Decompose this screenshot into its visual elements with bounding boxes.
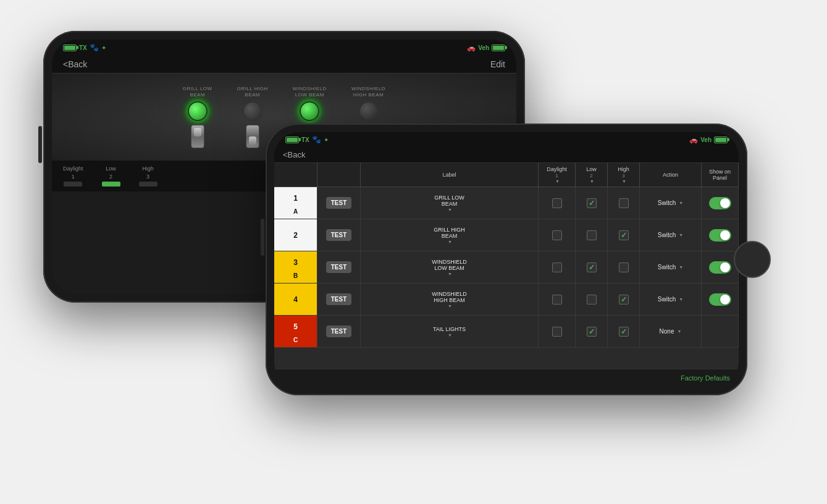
row-4-high-check[interactable]: ✓ xyxy=(619,295,629,304)
front-veh-battery xyxy=(714,136,728,143)
row-3-daylight-cell[interactable] xyxy=(539,251,576,283)
row-4-action-label: Switch xyxy=(658,296,676,303)
row-2-toggle-wrap[interactable] xyxy=(709,229,731,242)
row-5-low-cell[interactable]: ✓ xyxy=(576,316,608,347)
row-5-daylight-cell[interactable] xyxy=(539,316,576,347)
row-2-high-checkmark: ✓ xyxy=(621,231,627,240)
front-nav: <Back xyxy=(274,147,739,163)
row-3-high-check[interactable] xyxy=(619,262,629,272)
back-status-bar: TX 🐾 ✦ 🚗 Veh xyxy=(52,40,516,56)
row-3-high-cell[interactable] xyxy=(608,251,640,283)
row-5-letter: C xyxy=(275,335,316,345)
row-2-test-button[interactable]: TEST xyxy=(326,229,352,241)
row-2-daylight-check[interactable] xyxy=(552,230,562,240)
high-indicator xyxy=(139,182,157,187)
row-4-test-button[interactable]: TEST xyxy=(326,293,352,305)
low-label: Low xyxy=(106,166,116,172)
row-2-action-chevron[interactable]: ▼ xyxy=(679,233,683,237)
row-1-toggle-wrap[interactable] xyxy=(709,197,731,209)
row-5-low-check[interactable]: ✓ xyxy=(587,327,597,337)
row-2-label: GRILL HIGHBEAM xyxy=(434,227,465,239)
toggle-1[interactable] xyxy=(191,125,204,148)
row-5-action-chevron[interactable]: ▼ xyxy=(677,329,681,334)
row-4-daylight-cell[interactable] xyxy=(539,284,576,315)
front-home-button[interactable] xyxy=(734,241,771,278)
row-5-label-cell: TAIL LIGHTS ▼ xyxy=(361,316,539,347)
row-5-number: 5 xyxy=(275,318,316,335)
row-1-label: GRILL LOWBEAM xyxy=(434,195,464,207)
row-2-low-cell[interactable] xyxy=(576,219,608,251)
row-1-toggle[interactable] xyxy=(709,197,731,209)
row-5-label-chevron: ▼ xyxy=(448,333,452,337)
mode-high: High 3 xyxy=(139,166,157,187)
row-3-low-check[interactable]: ✓ xyxy=(587,262,597,272)
row-4-low-cell[interactable] xyxy=(576,284,608,315)
row-4-high-cell[interactable]: ✓ xyxy=(608,284,640,315)
row-1-action-chevron[interactable]: ▼ xyxy=(679,201,683,205)
row-1-high-cell[interactable] xyxy=(608,187,640,219)
low-indicator xyxy=(102,182,120,187)
edit-button[interactable]: Edit xyxy=(490,59,505,69)
row-2-toggle[interactable] xyxy=(709,229,731,242)
row-1-daylight-check[interactable] xyxy=(552,198,562,208)
row-5-daylight-check[interactable] xyxy=(552,327,562,337)
row-5-high-cell[interactable]: ✓ xyxy=(608,316,640,347)
car-icon: 🚗 xyxy=(467,44,476,52)
row-4-action-chevron[interactable]: ▼ xyxy=(679,297,683,301)
row-3-label: WINDSHIELDLOW BEAM xyxy=(432,259,467,271)
table-row: 1 A TEST GRILL LOWBEAM ▼ ✓ xyxy=(274,187,739,219)
row-3-test-button[interactable]: TEST xyxy=(326,261,352,273)
col-header-high: High 3 ▼ xyxy=(608,163,640,187)
row-1-test-cell: TEST xyxy=(317,187,361,219)
led-2 xyxy=(243,101,262,121)
row-4-daylight-check[interactable] xyxy=(552,295,562,304)
back-button[interactable]: <Back xyxy=(63,59,87,69)
tx-label: TX xyxy=(79,44,87,51)
high-number: 3 xyxy=(146,174,149,180)
back-side-button[interactable] xyxy=(38,126,42,163)
row-1-daylight-cell[interactable] xyxy=(539,187,576,219)
row-1-low-check[interactable]: ✓ xyxy=(587,198,597,208)
led-3 xyxy=(300,101,319,121)
toggle-2[interactable] xyxy=(246,125,259,148)
row-2-label-chevron: ▼ xyxy=(448,240,452,244)
row-5-high-check[interactable]: ✓ xyxy=(619,327,629,337)
row-4-low-check[interactable] xyxy=(587,295,597,304)
row-3-daylight-check[interactable] xyxy=(552,262,562,272)
row-5-test-button[interactable]: TEST xyxy=(326,326,352,337)
row-5-test-cell: TEST xyxy=(317,316,361,347)
row-1-toggle-cell xyxy=(702,187,739,219)
row-3-toggle[interactable] xyxy=(709,261,731,274)
row-2-action-cell: Switch ▼ xyxy=(640,219,702,251)
paw-icon: 🐾 xyxy=(90,43,99,52)
row-4-toggle[interactable] xyxy=(709,293,731,306)
table-header: Label Daylight 1 ▼ Low 2 ▼ High 3 ▼ xyxy=(274,163,739,187)
row-3-num-cell: 3 B xyxy=(274,251,317,283)
row-1-test-button[interactable]: TEST xyxy=(326,197,352,209)
tx-battery-icon xyxy=(63,44,77,51)
row-3-action-label: Switch xyxy=(658,264,676,271)
row-4-num-cell: 4 xyxy=(274,284,317,315)
factory-defaults-button[interactable]: Factory Defaults xyxy=(681,374,730,382)
row-1-low-cell[interactable]: ✓ xyxy=(576,187,608,219)
row-1-high-check[interactable] xyxy=(619,198,629,208)
table-row: 3 B TEST WINDSHIELDLOW BEAM ▼ ✓ xyxy=(274,251,739,284)
switch-label-3: WINDSHIELDLOW BEAM xyxy=(293,86,327,98)
row-3-toggle-wrap[interactable] xyxy=(709,261,731,274)
row-3-low-cell[interactable]: ✓ xyxy=(576,251,608,283)
row-2-low-check[interactable] xyxy=(587,230,597,240)
low-chevron: ▼ xyxy=(590,179,594,183)
front-side-button[interactable] xyxy=(261,219,264,256)
front-back-button[interactable]: <Back xyxy=(283,150,306,159)
col-header-empty1 xyxy=(274,163,317,187)
factory-defaults-row: Factory Defaults xyxy=(274,369,739,387)
row-2-high-check[interactable]: ✓ xyxy=(619,230,629,240)
row-4-toggle-wrap[interactable] xyxy=(709,293,731,306)
led-1 xyxy=(188,101,208,121)
daylight-indicator xyxy=(64,182,82,187)
row-2-label-cell: GRILL HIGHBEAM ▼ xyxy=(361,219,539,251)
row-3-action-cell: Switch ▼ xyxy=(640,251,702,283)
row-2-high-cell[interactable]: ✓ xyxy=(608,219,640,251)
row-2-daylight-cell[interactable] xyxy=(539,219,576,251)
row-3-action-chevron[interactable]: ▼ xyxy=(679,265,683,269)
